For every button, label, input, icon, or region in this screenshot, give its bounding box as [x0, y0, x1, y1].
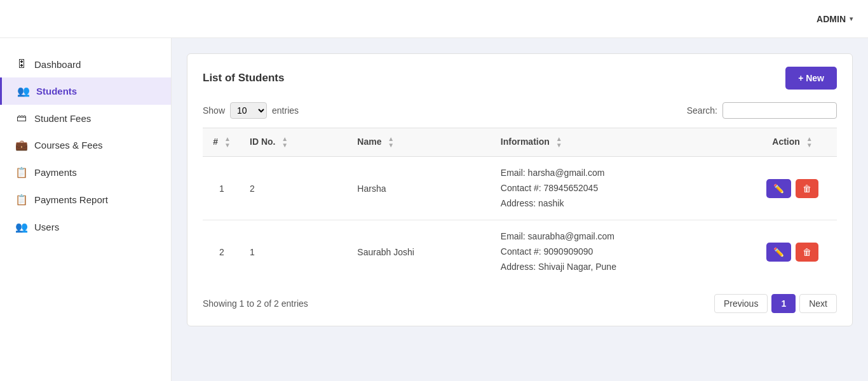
- col-information: Information ▲▼: [492, 128, 748, 157]
- cell-name: Harsha: [348, 157, 491, 220]
- sidebar-item-students[interactable]: 👥 Students: [0, 77, 171, 105]
- entries-select[interactable]: 10 25 50 100: [230, 102, 267, 119]
- admin-label: ADMIN: [817, 14, 846, 24]
- sort-icon-id: ▲▼: [281, 136, 288, 149]
- cell-action: ✏️ 🗑: [748, 157, 837, 220]
- sidebar-item-label: Courses & Fees: [34, 140, 103, 150]
- col-id-no: ID No. ▲▼: [241, 128, 348, 157]
- payments-icon: 📋: [15, 166, 28, 178]
- show-label: Show: [203, 105, 225, 116]
- page-1-button[interactable]: 1: [771, 294, 796, 313]
- pagination: Previous 1 Next: [714, 294, 837, 313]
- sidebar: 🎛 Dashboard 👥 Students 🗃 Student Fees 💼 …: [0, 38, 172, 381]
- col-name: Name ▲▼: [348, 128, 491, 157]
- sidebar-item-label: Payments: [34, 167, 77, 178]
- cell-action: ✏️ 🗑: [748, 220, 837, 284]
- students-card: List of Students + New Show 10 25 50 100…: [187, 53, 853, 326]
- info-contact: Contact #: 78945652045: [501, 181, 739, 196]
- admin-dropdown[interactable]: ADMIN ▾: [817, 14, 853, 24]
- sort-icon-info: ▲▼: [556, 136, 562, 149]
- cell-information: Email: harsha@gmail.com Contact #: 78945…: [492, 157, 748, 220]
- info-email: Email: harsha@gmail.com: [501, 166, 739, 181]
- student-fees-icon: 🗃: [15, 112, 28, 124]
- students-table: # ▲▼ ID No. ▲▼ Name ▲▼ Information: [203, 128, 837, 284]
- layout: 🎛 Dashboard 👥 Students 🗃 Student Fees 💼 …: [0, 38, 868, 381]
- chevron-down-icon: ▾: [850, 15, 853, 22]
- courses-fees-icon: 💼: [15, 139, 28, 151]
- sidebar-item-student-fees[interactable]: 🗃 Student Fees: [0, 105, 171, 131]
- dashboard-icon: 🎛: [15, 58, 28, 70]
- table-row: 1 2 Harsha Email: harsha@gmail.com Conta…: [203, 157, 837, 220]
- cell-id-no: 2: [241, 157, 348, 220]
- info-address: Address: nashik: [501, 196, 739, 211]
- edit-button[interactable]: ✏️: [766, 243, 791, 262]
- info-contact: Contact #: 9090909090: [501, 244, 739, 260]
- cell-information: Email: saurabha@gmail.com Contact #: 909…: [492, 220, 748, 284]
- topbar: ADMIN ▾: [0, 0, 868, 38]
- sidebar-item-label: Users: [34, 222, 59, 232]
- sidebar-item-courses-fees[interactable]: 💼 Courses & Fees: [0, 131, 171, 159]
- sidebar-item-label: Students: [36, 86, 77, 97]
- search-input[interactable]: [722, 102, 837, 119]
- cell-hash: 2: [203, 220, 241, 284]
- cell-name: Saurabh Joshi: [348, 220, 491, 284]
- previous-button[interactable]: Previous: [714, 294, 768, 313]
- search-label: Search:: [687, 105, 717, 116]
- sidebar-item-payments[interactable]: 📋 Payments: [0, 159, 171, 186]
- sort-icon-name: ▲▼: [388, 136, 394, 149]
- col-hash: # ▲▼: [203, 128, 241, 157]
- delete-button[interactable]: 🗑: [796, 243, 818, 262]
- cell-id-no: 1: [241, 220, 348, 284]
- info-cell: Email: saurabha@gmail.com Contact #: 909…: [501, 229, 739, 274]
- next-button[interactable]: Next: [799, 294, 837, 313]
- search-box: Search:: [687, 102, 837, 119]
- sidebar-item-label: Student Fees: [34, 113, 91, 124]
- students-icon: 👥: [17, 85, 30, 97]
- card-header: List of Students + New: [203, 67, 837, 90]
- sidebar-item-users[interactable]: 👥 Users: [0, 213, 171, 241]
- delete-button[interactable]: 🗑: [796, 179, 818, 198]
- cell-hash: 1: [203, 157, 241, 220]
- sort-icon-hash: ▲▼: [224, 136, 231, 149]
- payments-report-icon: 📋: [15, 194, 28, 206]
- card-title: List of Students: [203, 72, 284, 84]
- info-email: Email: saurabha@gmail.com: [501, 229, 739, 244]
- main-content: List of Students + New Show 10 25 50 100…: [172, 38, 868, 381]
- table-footer: Showing 1 to 2 of 2 entries Previous 1 N…: [203, 294, 837, 313]
- info-address: Address: Shivaji Nagar, Pune: [501, 260, 739, 275]
- sidebar-item-dashboard[interactable]: 🎛 Dashboard: [0, 51, 171, 77]
- users-icon: 👥: [15, 221, 28, 233]
- show-entries: Show 10 25 50 100 entries: [203, 102, 299, 119]
- edit-button[interactable]: ✏️: [766, 179, 791, 198]
- new-button[interactable]: + New: [785, 67, 837, 90]
- sort-icon-action: ▲▼: [806, 136, 813, 149]
- sidebar-item-label: Dashboard: [34, 59, 81, 70]
- sidebar-item-label: Payments Report: [34, 194, 108, 205]
- entries-label: entries: [272, 105, 299, 116]
- showing-entries: Showing 1 to 2 of 2 entries: [203, 298, 308, 309]
- table-controls: Show 10 25 50 100 entries Search:: [203, 102, 837, 119]
- col-action: Action ▲▼: [748, 128, 837, 157]
- table-header-row: # ▲▼ ID No. ▲▼ Name ▲▼ Information: [203, 128, 837, 157]
- sidebar-item-payments-report[interactable]: 📋 Payments Report: [0, 186, 171, 213]
- info-cell: Email: harsha@gmail.com Contact #: 78945…: [501, 166, 739, 211]
- table-row: 2 1 Saurabh Joshi Email: saurabha@gmail.…: [203, 220, 837, 284]
